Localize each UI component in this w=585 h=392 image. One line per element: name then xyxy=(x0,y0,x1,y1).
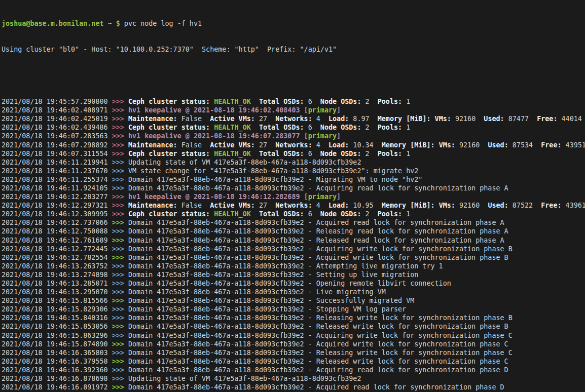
log-segment: >>> xyxy=(112,98,128,105)
log-segment: Domain 417e5a3f-88eb-467a-a118-8d093cfb3… xyxy=(128,332,513,339)
log-segment: Maintenance: xyxy=(128,202,177,209)
log-segment: Domain 417e5a3f-88eb-467a-a118-8d093cfb3… xyxy=(128,323,508,330)
log-segment: 2021/08/18 19:46:12.309995 xyxy=(2,210,112,218)
prompt-cwd: ~ xyxy=(104,20,116,27)
log-segment: 1 xyxy=(402,124,410,131)
log-segment: 2 xyxy=(361,124,377,131)
log-segment: >>> xyxy=(112,340,128,348)
log-segment: 6 xyxy=(304,210,320,218)
log-output: 2021/08/18 19:45:57.290800 >>> Ceph clus… xyxy=(2,97,585,392)
log-segment: Domain 417e5a3f-88eb-467a-a118-8d093cfb3… xyxy=(128,349,513,357)
log-segment: Domain 417e5a3f-88eb-467a-a118-8d093cfb3… xyxy=(128,366,508,374)
log-segment: Load: xyxy=(328,115,349,123)
log-segment: Pools: xyxy=(378,150,402,158)
log-segment: Domain 417e5a3f-88eb-467a-a118-8d093cfb3… xyxy=(128,262,443,270)
log-segment: 2021/08/18 19:46:02.439486 xyxy=(2,124,112,131)
log-segment: 2021/08/18 19:46:11.255374 xyxy=(2,176,112,183)
log-segment: 2021/08/18 19:46:16.392360 xyxy=(2,366,112,374)
log-line: 2021/08/18 19:46:02.439486 >>> Ceph clus… xyxy=(2,123,585,132)
log-segment: 2021/08/18 19:46:15.815566 xyxy=(2,297,112,304)
log-segment: >>> xyxy=(112,297,128,304)
log-segment: Total OSDs: xyxy=(259,124,304,131)
log-segment: 1 xyxy=(402,98,410,105)
log-segment: 2 xyxy=(361,98,377,105)
log-segment: 43961 xyxy=(562,202,585,209)
log-segment: primary xyxy=(308,106,337,114)
log-segment: >>> xyxy=(112,176,128,183)
log-segment: >>> xyxy=(112,202,128,209)
log-segment: 2021/08/18 19:46:12.761689 xyxy=(2,237,112,244)
log-segment: Ceph cluster status: xyxy=(128,124,210,131)
log-segment: hv1 keepalive @ 2021-08-18 19:46:07.2830… xyxy=(128,132,308,140)
log-segment: Memory [MiB]: xyxy=(378,115,431,123)
log-segment: >>> xyxy=(112,383,128,391)
log-segment: False xyxy=(177,141,210,149)
log-segment: Networks: xyxy=(275,202,312,209)
log-segment: Domain 417e5a3f-88eb-467a-a118-8d093cfb3… xyxy=(128,184,508,192)
log-segment: Used: xyxy=(484,115,504,123)
terminal[interactable]: joshua@base.m.bonilan.net ~ $ pvc node l… xyxy=(0,0,585,392)
log-segment: 2021/08/18 19:46:16.365803 xyxy=(2,349,112,357)
log-segment: >>> xyxy=(112,227,128,235)
log-segment: >>> xyxy=(112,219,128,226)
log-segment: 2021/08/18 19:46:12.782554 xyxy=(2,254,112,261)
log-segment: 2021/08/18 19:46:16.878698 xyxy=(2,375,112,382)
log-segment: >>> xyxy=(112,314,128,322)
log-line: 2021/08/18 19:46:12.737066 >>> Domain 41… xyxy=(2,218,585,227)
log-line: 2021/08/18 19:46:12.309995 >>> Ceph clus… xyxy=(2,210,585,218)
log-segment: >>> xyxy=(112,210,128,218)
log-line: 2021/08/18 19:46:16.392360 >>> Domain 41… xyxy=(2,366,585,374)
log-line: 2021/08/18 19:46:15.863296 >>> Domain 41… xyxy=(2,331,585,340)
log-segment: Domain 417e5a3f-88eb-467a-a118-8d093cfb3… xyxy=(128,305,406,313)
log-segment: 27 xyxy=(255,202,275,209)
log-segment: 92160 xyxy=(455,202,488,209)
log-segment: Active VMs: xyxy=(210,141,255,149)
log-segment: 2021/08/18 19:46:13.263752 xyxy=(2,262,112,270)
log-line: 2021/08/18 19:46:02.425019 >>> Maintenan… xyxy=(2,114,585,123)
log-segment: Domain 417e5a3f-88eb-467a-a118-8d093cfb3… xyxy=(128,297,414,304)
log-segment: >>> xyxy=(112,349,128,357)
log-line: 2021/08/18 19:46:16.365803 >>> Domain 41… xyxy=(2,348,585,357)
log-segment: Pools: xyxy=(378,98,402,105)
log-segment: 2021/08/18 19:46:15.874890 xyxy=(2,340,112,348)
log-segment: 4 xyxy=(312,141,328,149)
log-segment: >>> xyxy=(112,332,128,339)
log-segment: Domain 417e5a3f-88eb-467a-a118-8d093cfb3… xyxy=(128,288,386,296)
log-segment: >>> xyxy=(112,115,128,123)
log-line: 2021/08/18 19:46:13.285071 >>> Domain 41… xyxy=(2,279,585,288)
log-segment: Free: xyxy=(541,141,561,149)
log-segment: 6 xyxy=(304,98,320,105)
log-segment: >>> xyxy=(112,132,128,140)
log-segment: 2021/08/18 19:46:15.840316 xyxy=(2,314,112,322)
log-segment: 2021/08/18 19:46:15.863296 xyxy=(2,332,112,339)
log-segment: Maintenance: xyxy=(128,141,177,149)
log-segment: Node OSDs: xyxy=(320,210,361,218)
log-segment: hv1 keepalive @ 2021-08-18 19:46:12.2826… xyxy=(128,193,308,201)
log-segment: >>> xyxy=(112,150,128,158)
log-segment xyxy=(251,98,259,105)
log-line: 2021/08/18 19:46:13.263752 >>> Domain 41… xyxy=(2,262,585,270)
blank-line xyxy=(2,71,585,80)
log-segment: 1 xyxy=(402,210,410,218)
log-segment: >>> xyxy=(112,323,128,330)
log-segment: HEALTH_OK xyxy=(214,150,251,158)
log-segment: False xyxy=(177,115,210,123)
log-segment: Domain 417e5a3f-88eb-467a-a118-8d093cfb3… xyxy=(128,237,504,244)
log-segment: Total OSDs: xyxy=(259,98,304,105)
log-segment: >>> xyxy=(112,288,128,296)
log-segment: Domain 417e5a3f-88eb-467a-a118-8d093cfb3… xyxy=(128,176,422,183)
log-segment: hv1 keepalive @ 2021-08-18 19:46:02.4084… xyxy=(128,106,308,114)
log-segment: 87534 xyxy=(508,141,541,149)
log-segment: Domain 417e5a3f-88eb-467a-a118-8d093cfb3… xyxy=(128,314,513,322)
log-segment: False xyxy=(177,202,210,209)
log-segment: >>> xyxy=(112,305,128,313)
log-segment: Memory [MiB]: xyxy=(382,202,435,209)
log-segment: 44014 xyxy=(557,115,581,123)
log-segment: >>> xyxy=(112,141,128,149)
log-segment: Networks: xyxy=(275,141,312,149)
log-segment: 2021/08/18 19:46:16.379558 xyxy=(2,358,112,365)
log-segment: Domain 417e5a3f-88eb-467a-a118-8d093cfb3… xyxy=(128,340,508,348)
log-segment: Maintenance: xyxy=(128,115,177,123)
log-segment xyxy=(435,202,439,209)
log-segment: ] xyxy=(337,106,341,114)
